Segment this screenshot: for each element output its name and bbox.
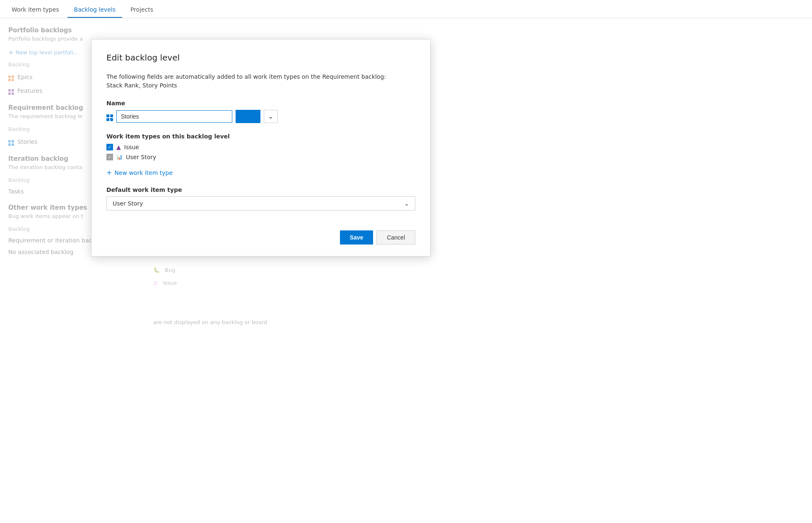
work-item-types-section: Work item types on this backlog level ▲ …: [106, 133, 415, 160]
tab-backlog-levels[interactable]: Backlog levels: [67, 2, 122, 18]
default-wit-section: Default work item type User Story ⌄: [106, 186, 415, 211]
default-wit-chevron-icon: ⌄: [404, 200, 409, 207]
user-story-checkbox[interactable]: [106, 154, 113, 160]
add-work-item-type-link[interactable]: + New work item type: [106, 169, 415, 177]
modal-title: Edit backlog level: [106, 53, 415, 63]
edit-backlog-level-modal: Edit backlog level The following fields …: [91, 39, 431, 257]
add-wit-label: New work item type: [114, 169, 173, 176]
name-row: ⌄: [106, 110, 415, 123]
user-story-type-icon: 📊: [116, 154, 123, 160]
issue-checkbox-label: Issue: [124, 144, 139, 150]
name-grid-icon: [106, 112, 113, 121]
issue-checkbox-row: ▲ Issue: [106, 144, 415, 150]
issue-type-icon: ▲: [116, 144, 121, 150]
issue-checkbox[interactable]: [106, 144, 113, 150]
modal-info-text: The following fields are automatically a…: [106, 73, 415, 90]
name-field-label: Name: [106, 100, 415, 107]
name-input[interactable]: [116, 110, 232, 123]
default-wit-dropdown[interactable]: User Story ⌄: [106, 196, 415, 211]
save-button[interactable]: Save: [340, 230, 373, 245]
main-content: Portfolio backlogs Portfolio backlogs pr…: [0, 18, 812, 523]
cancel-button[interactable]: Cancel: [376, 230, 415, 245]
tab-bar: Work item types Backlog levels Projects: [0, 0, 812, 18]
user-story-checkbox-row: 📊 User Story: [106, 154, 415, 160]
default-wit-label: Default work item type: [106, 186, 415, 193]
add-wit-plus-icon: +: [106, 169, 112, 177]
chevron-down-button[interactable]: ⌄: [264, 110, 278, 123]
modal-footer: Save Cancel: [106, 224, 415, 245]
chevron-down-icon: ⌄: [268, 113, 273, 120]
default-wit-value: User Story: [113, 200, 143, 207]
tab-work-item-types[interactable]: Work item types: [5, 2, 66, 18]
user-story-checkbox-label: User Story: [126, 154, 156, 160]
tab-projects[interactable]: Projects: [124, 2, 160, 18]
color-picker-button[interactable]: [236, 110, 260, 123]
work-item-types-subtitle: Work item types on this backlog level: [106, 133, 415, 140]
